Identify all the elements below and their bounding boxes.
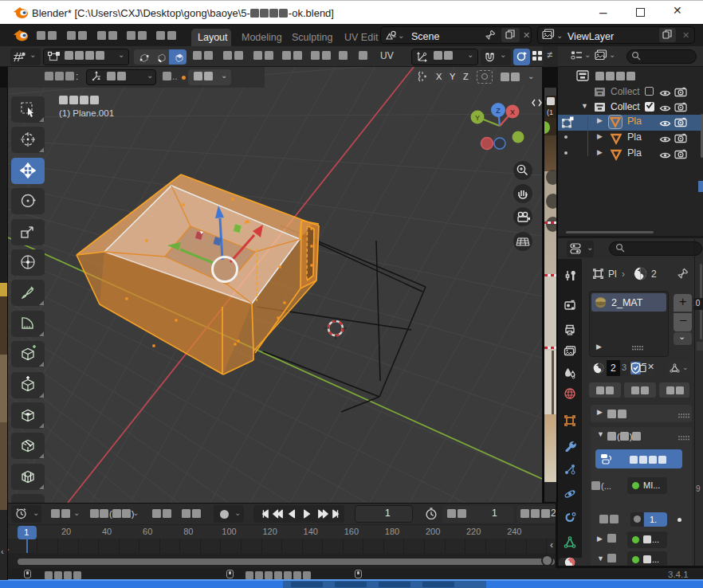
svg-text:Z: Z xyxy=(496,107,501,115)
svg-text:Y: Y xyxy=(475,114,480,122)
svg-text:X: X xyxy=(510,108,515,116)
